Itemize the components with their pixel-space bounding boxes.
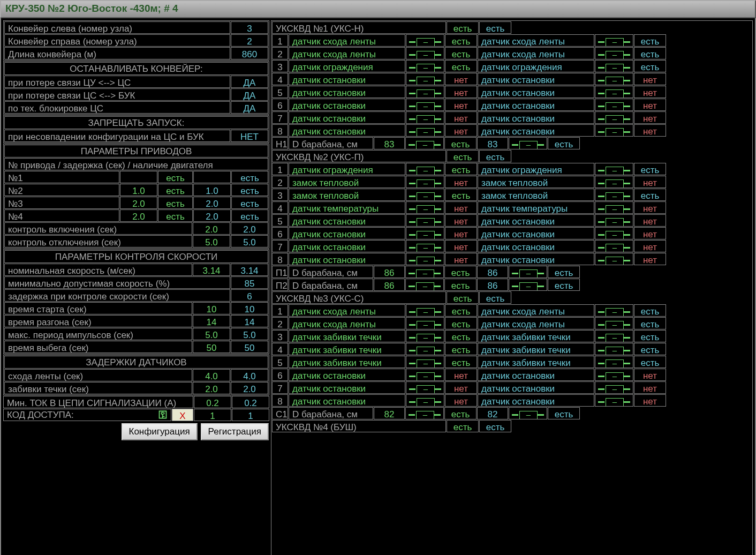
sec-1-row-2-s1[interactable]: есть [445, 189, 477, 201]
sec-2-row-6-s2[interactable]: нет [634, 381, 666, 394]
sec-1-row-7-s2[interactable]: нет [634, 253, 666, 265]
code-1[interactable]: 1 [194, 409, 231, 421]
sec-0-drum-0-s1[interactable]: есть [444, 137, 477, 149]
sec-0-row-3-s1[interactable]: нет [445, 73, 477, 85]
sec-1-row-7-s1[interactable]: нет [445, 253, 477, 265]
conv-len-value[interactable]: 860 [231, 47, 268, 59]
ctrl-off-1[interactable]: 5.0 [193, 235, 230, 248]
sec-1-drum-1-s1[interactable]: есть [444, 279, 477, 291]
delay-value[interactable]: 6 [231, 289, 268, 302]
drive-1-e1[interactable]: есть [158, 171, 193, 183]
sec-0-row-6-s2[interactable]: нет [634, 111, 666, 124]
drive-4-v1[interactable]: 2.0 [120, 209, 157, 222]
nom-2[interactable]: 3.14 [231, 264, 268, 276]
sec-1-drum-0-v2[interactable]: 86 [477, 266, 508, 278]
sec-2-row-5-s2[interactable]: нет [634, 369, 666, 381]
code-x-button[interactable]: X [172, 409, 193, 421]
sec-2-row-6-s1[interactable]: нет [445, 381, 477, 394]
sec-0-row-3-s2[interactable]: нет [634, 73, 666, 85]
sec-2-row-4-s1[interactable]: есть [445, 356, 477, 368]
sec-0-row-6-s1[interactable]: нет [445, 111, 477, 124]
sec-1-row-5-s2[interactable]: нет [634, 227, 666, 239]
sec-2-row-3-s2[interactable]: есть [634, 343, 666, 355]
chute-2[interactable]: 2.0 [231, 382, 268, 394]
chute-1[interactable]: 2.0 [193, 382, 230, 394]
sec-2-row-7-s1[interactable]: нет [445, 394, 477, 407]
sec-1-row-0-s2[interactable]: есть [634, 163, 666, 175]
section-2-h1[interactable]: есть [447, 291, 479, 304]
sec-1-row-6-s2[interactable]: нет [634, 240, 666, 252]
accel-1[interactable]: 14 [193, 315, 230, 327]
section-0-h2[interactable]: есть [479, 21, 511, 34]
sec-0-drum-0-v1[interactable]: 83 [374, 137, 405, 149]
sec-2-row-1-s2[interactable]: есть [634, 317, 666, 329]
sec-0-row-1-s2[interactable]: есть [634, 47, 666, 59]
ctrl-off-2[interactable]: 5.0 [231, 235, 268, 248]
sec-0-row-0-s1[interactable]: есть [445, 34, 477, 47]
stop1-value[interactable]: ДА [231, 76, 268, 88]
sec-1-drum-1-s2[interactable]: есть [548, 279, 580, 291]
drive-2-v1[interactable]: 1.0 [120, 184, 157, 196]
drive-1-v1[interactable] [120, 171, 157, 183]
section-2-h2[interactable]: есть [479, 291, 511, 304]
sec-1-row-5-s1[interactable]: нет [445, 227, 477, 239]
sec-0-row-0-s2[interactable]: есть [634, 34, 666, 47]
coast-1[interactable]: 50 [193, 341, 230, 353]
drive-1-v2[interactable] [193, 171, 231, 183]
sec-0-row-5-s1[interactable]: нет [445, 99, 477, 111]
maximp-1[interactable]: 5.0 [193, 328, 230, 340]
sec-1-row-0-s1[interactable]: есть [445, 163, 477, 175]
code-2[interactable]: 1 [232, 409, 269, 421]
ctrl-on-2[interactable]: 2.0 [231, 222, 268, 235]
section-0-h1[interactable]: есть [447, 21, 479, 34]
sec-1-row-4-s1[interactable]: нет [445, 214, 477, 227]
drive-3-e1[interactable]: есть [158, 197, 193, 209]
drive-2-e2[interactable]: есть [231, 184, 268, 196]
sec-1-drum-0-v1[interactable]: 86 [374, 266, 405, 278]
sec-0-row-2-s1[interactable]: есть [445, 60, 477, 72]
sec-2-row-0-s1[interactable]: есть [445, 304, 477, 317]
sec-0-row-4-s1[interactable]: нет [445, 86, 477, 98]
sec-2-row-2-s1[interactable]: есть [445, 330, 477, 342]
sec-0-row-1-s1[interactable]: есть [445, 47, 477, 59]
drive-4-v2[interactable]: 2.0 [193, 209, 231, 222]
sec-1-drum-0-s2[interactable]: есть [548, 266, 580, 278]
register-button[interactable]: Регистрация [201, 423, 269, 440]
section-3-h1[interactable]: есть [447, 420, 479, 432]
min-value[interactable]: 85 [231, 276, 268, 289]
sec-2-row-2-s2[interactable]: есть [634, 330, 666, 342]
sec-2-drum-0-s2[interactable]: есть [548, 407, 580, 419]
sec-2-row-7-s2[interactable]: нет [634, 394, 666, 407]
sec-2-row-3-s1[interactable]: есть [445, 343, 477, 355]
sec-1-row-2-s2[interactable]: есть [634, 189, 666, 201]
sec-2-row-5-s1[interactable]: нет [445, 369, 477, 381]
section-1-h1[interactable]: есть [447, 150, 479, 162]
drive-3-v1[interactable]: 2.0 [120, 197, 157, 209]
accel-2[interactable]: 14 [231, 315, 268, 327]
sec-1-row-3-s1[interactable]: нет [445, 201, 477, 214]
sec-0-row-7-s1[interactable]: нет [445, 124, 477, 137]
sec-1-drum-1-v1[interactable]: 86 [374, 279, 405, 291]
start-1[interactable]: 10 [193, 302, 230, 314]
nom-1[interactable]: 3.14 [193, 264, 230, 276]
sec-2-drum-0-v1[interactable]: 82 [374, 407, 405, 419]
sec-1-row-1-s1[interactable]: нет [445, 176, 477, 188]
sec-0-row-7-s2[interactable]: нет [634, 124, 666, 137]
sec-1-row-1-s2[interactable]: нет [634, 176, 666, 188]
stop3-value[interactable]: ДА [231, 101, 268, 114]
sec-0-drum-0-v2[interactable]: 83 [477, 137, 508, 149]
mincur-1[interactable]: 0.2 [194, 396, 231, 408]
mincur-2[interactable]: 0.2 [232, 396, 269, 408]
start-2[interactable]: 10 [231, 302, 268, 314]
sec-2-drum-0-v2[interactable]: 82 [477, 407, 508, 419]
config-button[interactable]: Конфигурация [122, 423, 198, 440]
drive-2-v2[interactable]: 1.0 [193, 184, 231, 196]
drive-1-e2[interactable]: есть [231, 171, 268, 183]
sec-0-row-5-s2[interactable]: нет [634, 99, 666, 111]
ctrl-on-1[interactable]: 2.0 [193, 222, 230, 235]
conv-left-value[interactable]: 3 [231, 21, 268, 34]
sec-2-row-1-s1[interactable]: есть [445, 317, 477, 329]
sec-1-row-6-s1[interactable]: нет [445, 240, 477, 252]
drive-4-e1[interactable]: есть [158, 209, 193, 222]
drive-3-v2[interactable]: 2.0 [193, 197, 231, 209]
